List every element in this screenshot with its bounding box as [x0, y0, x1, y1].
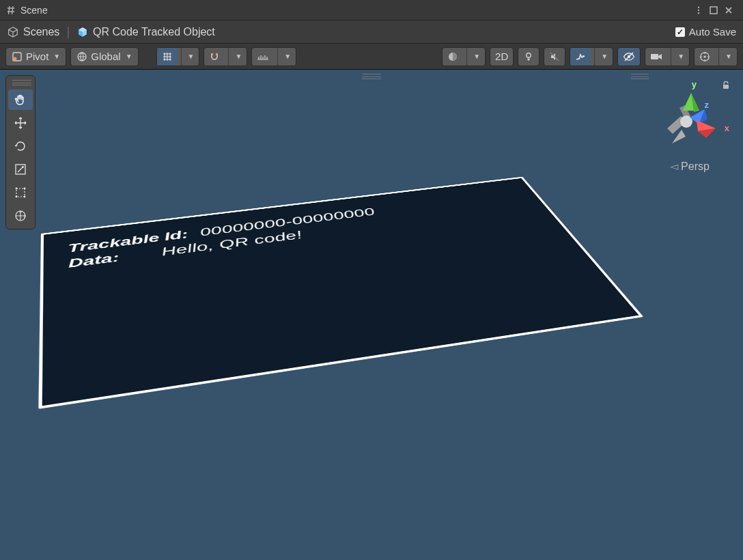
- svg-point-5: [14, 57, 17, 60]
- pivot-label: Pivot: [26, 51, 48, 62]
- ruler-icon: [257, 52, 269, 61]
- fx-dropdown[interactable]: ▼: [594, 48, 613, 66]
- projection-label[interactable]: ◅Persp: [649, 160, 731, 173]
- breadcrumb-separator: |: [64, 25, 72, 39]
- orientation-gizmo[interactable]: y z x ◅Persp: [649, 81, 731, 176]
- tool-panel-drag-handle[interactable]: [12, 80, 29, 85]
- lighting-toggle[interactable]: [518, 47, 539, 66]
- svg-point-10: [583, 55, 584, 57]
- auto-save-label: Auto Save: [689, 26, 736, 38]
- draw-mode-dropdown[interactable]: ▼: [466, 48, 485, 66]
- window-close-icon[interactable]: [724, 5, 738, 15]
- scene-visibility-toggle[interactable]: [617, 47, 641, 66]
- move-tool-button[interactable]: [8, 113, 33, 133]
- svg-rect-16: [16, 188, 25, 197]
- svg-point-1: [698, 6, 699, 8]
- transform-icon: [14, 209, 27, 223]
- auto-save-toggle[interactable]: ✓ Auto Save: [675, 26, 736, 38]
- svg-point-20: [24, 196, 26, 198]
- audio-icon: [549, 51, 560, 62]
- svg-point-8: [527, 53, 531, 57]
- grid-visibility-dropdown[interactable]: ▼: [181, 48, 199, 66]
- gizmos-dropdown[interactable]: ▼: [718, 48, 737, 66]
- grid-icon: [162, 51, 173, 62]
- light-icon: [523, 51, 534, 62]
- fx-split[interactable]: ▼: [570, 47, 613, 66]
- chevron-down-icon: ▼: [53, 53, 60, 60]
- chevron-down-icon: ▼: [725, 53, 732, 60]
- rotate-tool-button[interactable]: [8, 136, 33, 156]
- global-dropdown[interactable]: Global ▼: [70, 47, 138, 66]
- grid-visibility-split[interactable]: ▼: [156, 47, 200, 66]
- global-label: Global: [91, 51, 120, 62]
- snap-split[interactable]: ▼: [204, 47, 247, 66]
- draw-mode-button[interactable]: [443, 48, 463, 66]
- chevron-down-icon: ▼: [235, 53, 242, 60]
- grid-visibility-button[interactable]: [157, 48, 178, 66]
- window-title: Scene: [20, 5, 694, 16]
- svg-point-2: [698, 12, 699, 14]
- audio-toggle[interactable]: [544, 47, 565, 66]
- breadcrumb-current[interactable]: QR Code Tracked Object: [93, 26, 215, 38]
- gizmos-button[interactable]: [695, 48, 715, 66]
- camera-split[interactable]: ▼: [645, 47, 690, 66]
- pivot-icon: [12, 51, 23, 62]
- globe-icon: [76, 51, 87, 62]
- axis-y-label: y: [692, 79, 697, 89]
- gizmos-split[interactable]: ▼: [694, 47, 738, 66]
- svg-rect-22: [723, 85, 729, 89]
- fx-icon: [575, 51, 586, 62]
- check-icon: ✓: [675, 27, 685, 37]
- hand-tool-button[interactable]: [8, 89, 33, 110]
- camera-icon: [650, 52, 662, 61]
- chevron-down-icon: ▼: [677, 53, 684, 60]
- draw-mode-split[interactable]: ▼: [442, 47, 486, 66]
- camera-dropdown[interactable]: ▼: [671, 48, 689, 66]
- projection-text: Persp: [681, 160, 710, 172]
- increment-snap-button[interactable]: [252, 48, 274, 66]
- projection-toggle-icon: ◅: [670, 160, 678, 172]
- hand-icon: [14, 93, 27, 107]
- chevron-down-icon: ▼: [126, 53, 132, 60]
- svg-point-0: [698, 9, 699, 10]
- svg-point-19: [16, 196, 18, 198]
- package-icon: [7, 26, 19, 38]
- overlay-drag-handle-secondary[interactable]: [631, 74, 649, 79]
- axis-x-label: x: [725, 123, 729, 133]
- increment-snap-dropdown[interactable]: ▼: [277, 48, 296, 66]
- window-menu-icon[interactable]: [694, 5, 707, 15]
- axis-gizmo-icon: [649, 81, 724, 156]
- rotate-icon: [14, 139, 27, 153]
- mode-2d-toggle[interactable]: 2D: [490, 47, 514, 66]
- shaded-icon: [447, 51, 458, 62]
- camera-button[interactable]: [645, 48, 667, 66]
- scale-icon: [14, 163, 27, 176]
- axis-z-label: z: [705, 100, 710, 110]
- svg-point-17: [16, 188, 18, 190]
- snap-button[interactable]: [204, 48, 225, 66]
- breadcrumb-root[interactable]: Scenes: [23, 26, 59, 38]
- chevron-down-icon: ▼: [188, 53, 195, 60]
- chevron-down-icon: ▼: [473, 53, 480, 60]
- increment-snap-split[interactable]: ▼: [251, 47, 296, 66]
- chevron-down-icon: ▼: [284, 53, 291, 60]
- scene-viewport[interactable]: y z x ◅Persp Trackable Id: 00000000-0000…: [0, 70, 743, 560]
- snap-dropdown[interactable]: ▼: [228, 48, 247, 66]
- window-maximize-icon[interactable]: [709, 5, 723, 15]
- rect-tool-button[interactable]: [8, 182, 33, 203]
- overlay-drag-handle[interactable]: [362, 74, 381, 79]
- transform-tool-button[interactable]: [8, 206, 33, 226]
- svg-rect-12: [651, 54, 658, 59]
- magnet-icon: [209, 51, 220, 62]
- svg-point-14: [703, 55, 705, 57]
- pivot-dropdown[interactable]: Pivot ▼: [5, 47, 66, 66]
- breadcrumb: Scenes | QR Code Tracked Object ✓ Auto S…: [0, 20, 743, 44]
- titlebar: Scene: [0, 0, 743, 20]
- fx-button[interactable]: [570, 48, 591, 66]
- tool-panel: [5, 75, 36, 229]
- move-icon: [14, 116, 27, 130]
- tracked-object-panel[interactable]: Trackable Id: 00000000-00000000 Data: He…: [38, 177, 643, 409]
- lock-icon[interactable]: [721, 81, 731, 90]
- scale-tool-button[interactable]: [8, 159, 33, 180]
- eye-off-icon: [623, 51, 635, 62]
